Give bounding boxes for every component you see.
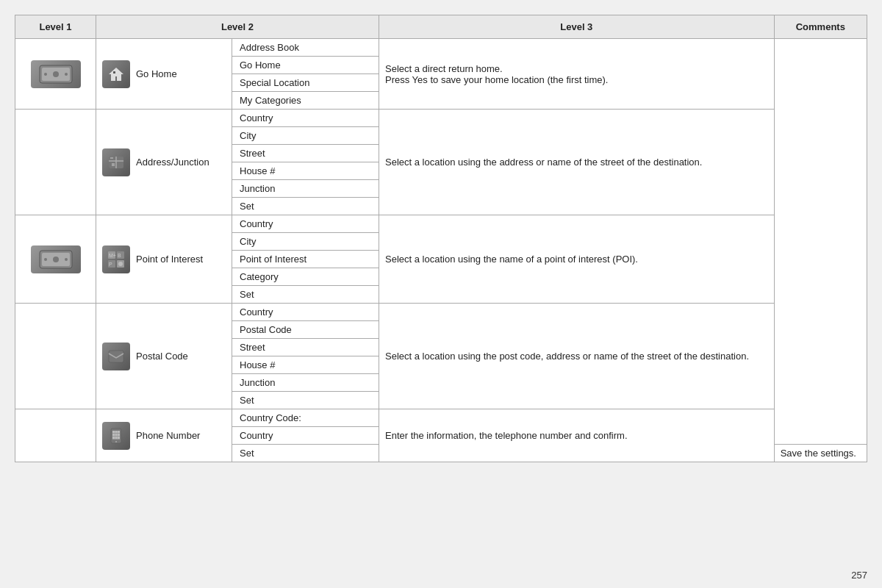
postal-code-icon	[102, 343, 130, 370]
svg-point-12	[44, 258, 47, 261]
level3-country-4: Country	[232, 427, 379, 445]
comments-address: Select a location using the address or n…	[379, 110, 775, 215]
level3-set-2: Set	[232, 286, 379, 304]
svg-rect-22	[109, 351, 123, 362]
svg-point-4	[65, 73, 68, 76]
level3-category: Category	[232, 268, 379, 286]
comments-phone: Enter the information, the telephone num…	[379, 409, 775, 462]
nav-device-icon-2	[31, 245, 81, 273]
level3-postal-code: Postal Code	[232, 321, 379, 339]
svg-rect-33	[118, 437, 120, 439]
level3-house-1: House #	[232, 162, 379, 180]
level3-street-2: Street	[232, 339, 379, 356]
table-row: Address/Junction Country Select a locati…	[15, 110, 867, 127]
level3-street-1: Street	[232, 145, 379, 162]
svg-text:M+: M+	[109, 253, 116, 258]
level2-cell-phone: Phone Number	[96, 409, 232, 462]
phone-number-icon	[102, 422, 130, 450]
level1-cell-go-home	[15, 39, 96, 110]
point-of-interest-icon: M+ B P	[102, 245, 130, 273]
level3-city-2: City	[232, 233, 379, 251]
point-of-interest-label: Point of Interest	[136, 254, 203, 265]
level1-cell-phone	[15, 409, 96, 462]
svg-point-2	[53, 71, 59, 77]
svg-text:B: B	[118, 253, 121, 258]
level3-point-of-interest: Point of Interest	[232, 251, 379, 268]
svg-point-11	[53, 257, 59, 262]
level1-cell-address	[15, 110, 96, 215]
comments-postal: Select a location using the post code, a…	[379, 304, 775, 409]
svg-point-34	[115, 441, 117, 442]
level3-set-3: Set	[232, 392, 379, 409]
level3-set-4: Set	[232, 445, 379, 462]
level3-country-code: Country Code:	[232, 409, 379, 427]
svg-rect-29	[115, 434, 118, 436]
address-junction-label: Address/Junction	[136, 157, 209, 168]
table-row: Postal Code Country Select a location us…	[15, 304, 867, 321]
svg-rect-25	[112, 431, 115, 433]
svg-rect-32	[115, 437, 118, 439]
level3-go-home: Go Home	[232, 57, 379, 74]
svg-rect-5	[113, 71, 115, 74]
svg-rect-27	[118, 431, 120, 433]
level1-cell-postal	[15, 304, 96, 409]
header-level1: Level 1	[15, 15, 96, 39]
level3-country-2: Country	[232, 215, 379, 233]
svg-rect-28	[112, 434, 115, 436]
comments-poi: Select a location using the name of a po…	[379, 215, 775, 304]
header-level2: Level 2	[96, 15, 379, 39]
level1-cell-poi	[15, 215, 96, 304]
level3-set-1: Set	[232, 198, 379, 215]
header-comments: Comments	[774, 15, 867, 39]
postal-code-label: Postal Code	[136, 351, 188, 362]
svg-text:P: P	[109, 262, 112, 267]
table-row: Phone Number Country Code: Enter the inf…	[15, 409, 867, 427]
svg-point-21	[118, 262, 123, 266]
go-home-label: Go Home	[136, 68, 177, 79]
level3-junction-2: Junction	[232, 374, 379, 392]
svg-point-13	[65, 258, 68, 261]
comments-phone-set: Save the settings.	[774, 445, 867, 462]
level3-house-2: House #	[232, 356, 379, 374]
nav-device-icon	[31, 60, 81, 88]
phone-number-label: Phone Number	[136, 430, 200, 441]
level2-cell-go-home: Go Home	[96, 39, 232, 110]
svg-point-3	[44, 73, 47, 76]
level2-cell-address: Address/Junction	[96, 110, 232, 215]
level3-my-categories: My Categories	[232, 92, 379, 110]
level3-address-book: Address Book	[232, 39, 379, 57]
comments-go-home: Select a direct return home.Press Yes to…	[379, 39, 775, 110]
svg-rect-31	[112, 437, 115, 439]
page-number: 257	[851, 570, 867, 581]
table-row: Go Home Address Book Select a direct ret…	[15, 39, 867, 57]
table-row: M+ B P Point of Interest Country	[15, 215, 867, 233]
level3-country-1: Country	[232, 110, 379, 127]
level3-junction: Junction	[232, 180, 379, 198]
svg-rect-26	[115, 431, 118, 433]
header-level3: Level 3	[379, 15, 775, 39]
level3-special-location: Special Location	[232, 74, 379, 92]
go-home-icon	[102, 60, 130, 88]
level3-country-3: Country	[232, 304, 379, 321]
level2-cell-postal: Postal Code	[96, 304, 232, 409]
svg-rect-30	[118, 434, 120, 436]
address-junction-icon	[102, 148, 130, 176]
level2-cell-poi: M+ B P Point of Interest	[96, 215, 232, 304]
level3-city-1: City	[232, 127, 379, 145]
